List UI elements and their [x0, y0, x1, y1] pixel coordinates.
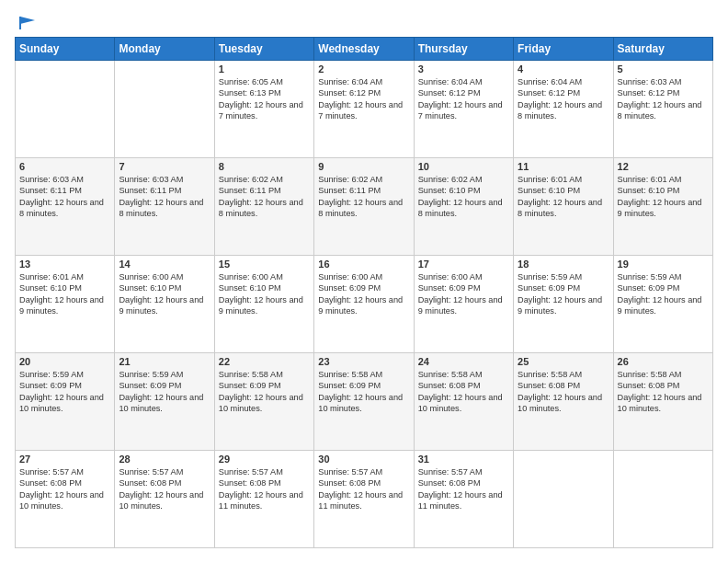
day-number: 4: [518, 63, 609, 75]
calendar-cell: 1Sunrise: 6:05 AM Sunset: 6:13 PM Daylig…: [214, 61, 313, 158]
calendar-cell: 28Sunrise: 5:57 AM Sunset: 6:08 PM Dayli…: [115, 451, 214, 548]
calendar-cell: 22Sunrise: 5:58 AM Sunset: 6:09 PM Dayli…: [214, 353, 313, 451]
calendar-cell: 31Sunrise: 5:57 AM Sunset: 6:08 PM Dayli…: [414, 451, 513, 548]
cell-content: Sunrise: 6:01 AM Sunset: 6:10 PM Dayligh…: [19, 271, 110, 317]
cell-content: Sunrise: 5:57 AM Sunset: 6:08 PM Dayligh…: [19, 466, 110, 512]
day-number: 27: [19, 454, 110, 465]
day-number: 28: [119, 454, 210, 465]
day-number: 2: [318, 63, 409, 75]
calendar-cell: 23Sunrise: 5:58 AM Sunset: 6:09 PM Dayli…: [314, 353, 414, 451]
cell-content: Sunrise: 5:57 AM Sunset: 6:08 PM Dayligh…: [318, 466, 409, 512]
cell-content: Sunrise: 6:04 AM Sunset: 6:12 PM Dayligh…: [518, 76, 609, 122]
day-number: 30: [318, 454, 409, 465]
cell-content: Sunrise: 6:00 AM Sunset: 6:10 PM Dayligh…: [219, 271, 310, 317]
calendar-cell: 12Sunrise: 6:01 AM Sunset: 6:10 PM Dayli…: [613, 158, 712, 256]
calendar-cell: [16, 61, 115, 158]
calendar-cell: 20Sunrise: 5:59 AM Sunset: 6:09 PM Dayli…: [16, 353, 115, 451]
calendar-cell: 26Sunrise: 5:58 AM Sunset: 6:08 PM Dayli…: [613, 353, 712, 451]
cell-content: Sunrise: 5:58 AM Sunset: 6:08 PM Dayligh…: [418, 369, 509, 415]
calendar-cell: 19Sunrise: 5:59 AM Sunset: 6:09 PM Dayli…: [613, 256, 712, 353]
calendar-cell: 6Sunrise: 6:03 AM Sunset: 6:11 PM Daylig…: [16, 158, 115, 256]
cell-content: Sunrise: 6:04 AM Sunset: 6:12 PM Dayligh…: [418, 76, 509, 122]
day-number: 18: [518, 259, 609, 270]
calendar-week-5: 27Sunrise: 5:57 AM Sunset: 6:08 PM Dayli…: [16, 451, 713, 548]
day-number: 17: [418, 259, 509, 270]
cell-content: Sunrise: 6:00 AM Sunset: 6:09 PM Dayligh…: [418, 271, 509, 317]
page: SundayMondayTuesdayWednesdayThursdayFrid…: [0, 0, 728, 563]
day-number: 14: [119, 259, 210, 270]
calendar-header-sunday: Sunday: [16, 38, 115, 61]
calendar-header-monday: Monday: [115, 38, 214, 61]
calendar-cell: 29Sunrise: 5:57 AM Sunset: 6:08 PM Dayli…: [214, 451, 313, 548]
cell-content: Sunrise: 5:57 AM Sunset: 6:08 PM Dayligh…: [418, 466, 509, 512]
day-number: 10: [418, 161, 509, 172]
logo-flag-icon: [17, 15, 37, 31]
calendar-cell: [514, 451, 613, 548]
cell-content: Sunrise: 5:59 AM Sunset: 6:09 PM Dayligh…: [618, 271, 709, 317]
calendar-header-row: SundayMondayTuesdayWednesdayThursdayFrid…: [16, 38, 713, 61]
calendar-cell: 17Sunrise: 6:00 AM Sunset: 6:09 PM Dayli…: [414, 256, 513, 353]
calendar-cell: 9Sunrise: 6:02 AM Sunset: 6:11 PM Daylig…: [314, 158, 414, 256]
day-number: 16: [318, 259, 409, 270]
day-number: 3: [418, 63, 509, 75]
day-number: 8: [219, 161, 310, 172]
calendar-cell: 24Sunrise: 5:58 AM Sunset: 6:08 PM Dayli…: [414, 353, 513, 451]
calendar-header-saturday: Saturday: [613, 38, 712, 61]
calendar-cell: 27Sunrise: 5:57 AM Sunset: 6:08 PM Dayli…: [16, 451, 115, 548]
cell-content: Sunrise: 5:58 AM Sunset: 6:09 PM Dayligh…: [318, 369, 409, 415]
calendar-cell: 13Sunrise: 6:01 AM Sunset: 6:10 PM Dayli…: [16, 256, 115, 353]
cell-content: Sunrise: 5:59 AM Sunset: 6:09 PM Dayligh…: [518, 271, 609, 317]
header: [15, 15, 713, 28]
calendar-cell: 21Sunrise: 5:59 AM Sunset: 6:09 PM Dayli…: [115, 353, 214, 451]
cell-content: Sunrise: 5:58 AM Sunset: 6:09 PM Dayligh…: [219, 369, 310, 415]
calendar-week-4: 20Sunrise: 5:59 AM Sunset: 6:09 PM Dayli…: [16, 353, 713, 451]
day-number: 23: [318, 356, 409, 367]
calendar-cell: 2Sunrise: 6:04 AM Sunset: 6:12 PM Daylig…: [314, 61, 414, 158]
calendar-cell: 16Sunrise: 6:00 AM Sunset: 6:09 PM Dayli…: [314, 256, 414, 353]
cell-content: Sunrise: 5:58 AM Sunset: 6:08 PM Dayligh…: [518, 369, 609, 415]
day-number: 9: [318, 161, 409, 172]
calendar-week-3: 13Sunrise: 6:01 AM Sunset: 6:10 PM Dayli…: [16, 256, 713, 353]
day-number: 31: [418, 454, 509, 465]
day-number: 19: [618, 259, 709, 270]
cell-content: Sunrise: 6:03 AM Sunset: 6:12 PM Dayligh…: [618, 76, 709, 122]
calendar-header-wednesday: Wednesday: [314, 38, 414, 61]
cell-content: Sunrise: 5:59 AM Sunset: 6:09 PM Dayligh…: [19, 369, 110, 415]
day-number: 6: [19, 161, 110, 172]
day-number: 22: [219, 356, 310, 367]
calendar-cell: [115, 61, 214, 158]
cell-content: Sunrise: 6:02 AM Sunset: 6:11 PM Dayligh…: [219, 174, 310, 220]
calendar-cell: 3Sunrise: 6:04 AM Sunset: 6:12 PM Daylig…: [414, 61, 513, 158]
calendar-cell: 30Sunrise: 5:57 AM Sunset: 6:08 PM Dayli…: [314, 451, 414, 548]
calendar-week-2: 6Sunrise: 6:03 AM Sunset: 6:11 PM Daylig…: [16, 158, 713, 256]
cell-content: Sunrise: 6:03 AM Sunset: 6:11 PM Dayligh…: [119, 174, 210, 220]
day-number: 15: [219, 259, 310, 270]
cell-content: Sunrise: 5:57 AM Sunset: 6:08 PM Dayligh…: [119, 466, 210, 512]
day-number: 12: [618, 161, 709, 172]
cell-content: Sunrise: 6:02 AM Sunset: 6:10 PM Dayligh…: [418, 174, 509, 220]
calendar-table: SundayMondayTuesdayWednesdayThursdayFrid…: [15, 37, 713, 548]
calendar-cell: 5Sunrise: 6:03 AM Sunset: 6:12 PM Daylig…: [613, 61, 712, 158]
cell-content: Sunrise: 6:00 AM Sunset: 6:09 PM Dayligh…: [318, 271, 409, 317]
day-number: 25: [518, 356, 609, 367]
day-number: 29: [219, 454, 310, 465]
day-number: 20: [19, 356, 110, 367]
calendar-cell: 8Sunrise: 6:02 AM Sunset: 6:11 PM Daylig…: [214, 158, 313, 256]
calendar-header-friday: Friday: [514, 38, 613, 61]
cell-content: Sunrise: 5:59 AM Sunset: 6:09 PM Dayligh…: [119, 369, 210, 415]
day-number: 1: [219, 63, 310, 75]
calendar-header-tuesday: Tuesday: [214, 38, 313, 61]
calendar-cell: 10Sunrise: 6:02 AM Sunset: 6:10 PM Dayli…: [414, 158, 513, 256]
day-number: 5: [618, 63, 709, 75]
cell-content: Sunrise: 6:03 AM Sunset: 6:11 PM Dayligh…: [19, 174, 110, 220]
day-number: 24: [418, 356, 509, 367]
logo: [15, 15, 37, 28]
calendar-cell: 14Sunrise: 6:00 AM Sunset: 6:10 PM Dayli…: [115, 256, 214, 353]
calendar-cell: 25Sunrise: 5:58 AM Sunset: 6:08 PM Dayli…: [514, 353, 613, 451]
calendar-week-1: 1Sunrise: 6:05 AM Sunset: 6:13 PM Daylig…: [16, 61, 713, 158]
day-number: 13: [19, 259, 110, 270]
calendar-header-thursday: Thursday: [414, 38, 513, 61]
cell-content: Sunrise: 5:58 AM Sunset: 6:08 PM Dayligh…: [618, 369, 709, 415]
cell-content: Sunrise: 6:05 AM Sunset: 6:13 PM Dayligh…: [219, 76, 310, 122]
day-number: 21: [119, 356, 210, 367]
